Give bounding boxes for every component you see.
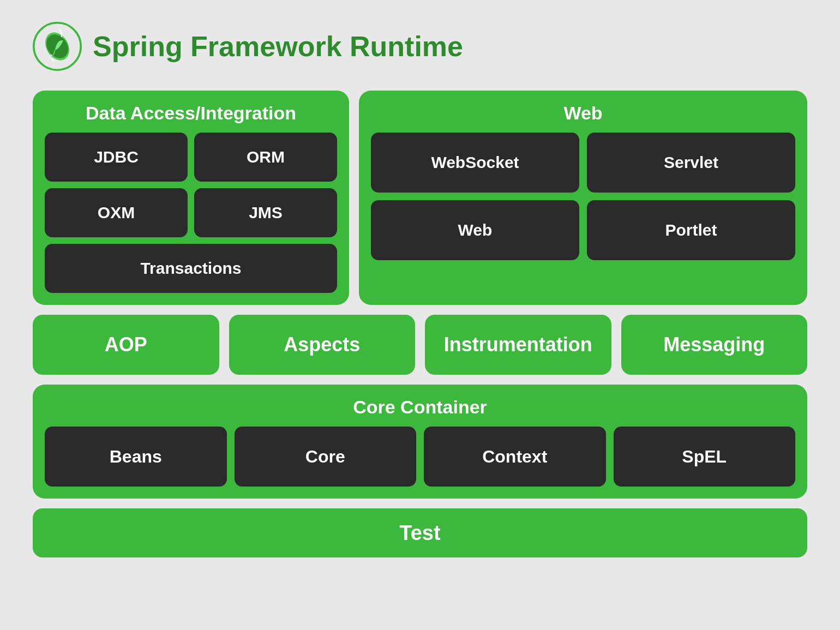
servlet-box: Servlet	[587, 133, 795, 193]
spring-logo-icon	[33, 22, 82, 71]
test-bar: Test	[33, 508, 807, 557]
core-box: Core	[235, 427, 417, 487]
web-title: Web	[371, 103, 795, 124]
data-access-grid: JDBC ORM OXM JMS Transactions	[45, 133, 337, 293]
core-container-section: Core Container Beans Core Context SpEL	[33, 385, 807, 499]
orm-box: ORM	[194, 133, 337, 182]
websocket-box: WebSocket	[371, 133, 579, 193]
row-middle: AOP Aspects Instrumentation Messaging	[33, 315, 807, 375]
header: Spring Framework Runtime	[33, 22, 807, 71]
spel-box: SpEL	[614, 427, 796, 487]
jms-box: JMS	[194, 188, 337, 237]
aop-box: AOP	[33, 315, 219, 375]
portlet-box: Portlet	[587, 200, 795, 260]
transactions-box: Transactions	[45, 244, 337, 293]
oxm-box: OXM	[45, 188, 188, 237]
core-container-title: Core Container	[45, 397, 795, 418]
jdbc-box: JDBC	[45, 133, 188, 182]
web-box: Web	[371, 200, 579, 260]
messaging-box: Messaging	[621, 315, 808, 375]
diagram: Data Access/Integration JDBC ORM OXM JMS…	[33, 91, 807, 557]
instrumentation-box: Instrumentation	[425, 315, 611, 375]
web-section: Web WebSocket Servlet Web Portlet	[359, 91, 807, 305]
aspects-box: Aspects	[229, 315, 416, 375]
page-title: Spring Framework Runtime	[93, 30, 463, 63]
core-grid: Beans Core Context SpEL	[45, 427, 795, 487]
context-box: Context	[424, 427, 606, 487]
data-access-title: Data Access/Integration	[45, 103, 337, 124]
beans-box: Beans	[45, 427, 227, 487]
web-grid: WebSocket Servlet Web Portlet	[371, 133, 795, 260]
data-access-section: Data Access/Integration JDBC ORM OXM JMS…	[33, 91, 349, 305]
page: Spring Framework Runtime Data Access/Int…	[0, 0, 840, 630]
row-top: Data Access/Integration JDBC ORM OXM JMS…	[33, 91, 807, 305]
